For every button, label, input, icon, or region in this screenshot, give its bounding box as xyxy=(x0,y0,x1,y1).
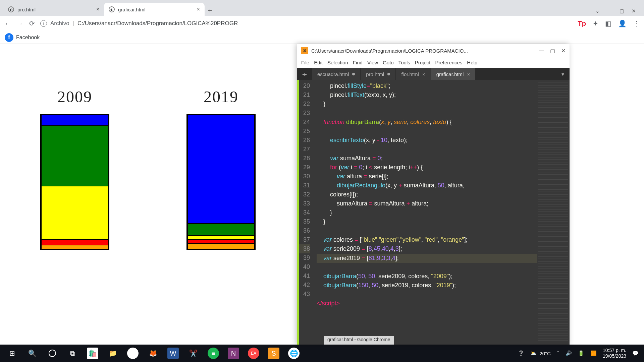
sublime-taskbar-icon[interactable]: S xyxy=(264,345,284,362)
sublime-titlebar[interactable]: S C:\Users\anacr\Downloads\Programacion\… xyxy=(297,44,570,57)
chrome-tab-strip: ◐ pro.html × ◐ graficar.html × + ⌄ — ▢ ✕ xyxy=(0,0,644,16)
close-icon[interactable]: ✕ xyxy=(561,48,566,54)
facebook-icon[interactable]: f xyxy=(5,33,13,42)
tab-scroll-arrows[interactable]: ◂▸ xyxy=(297,68,312,80)
extension-tp-icon[interactable]: Tp xyxy=(578,20,586,27)
onenote-icon[interactable]: N xyxy=(223,345,244,362)
reload-icon[interactable]: ⟳ xyxy=(28,19,36,27)
bar-stack xyxy=(40,114,109,250)
start-button[interactable]: ⊞ xyxy=(2,345,22,362)
bookmark-facebook[interactable]: Facebook xyxy=(16,35,40,41)
back-icon[interactable]: ← xyxy=(4,20,11,27)
menu-preferences[interactable]: Preferences xyxy=(435,60,462,65)
line-number-gutter: 2021222324252627282930313233343536373839… xyxy=(299,80,313,345)
maximize-icon[interactable]: ▢ xyxy=(550,48,555,54)
bar-segment-yellow xyxy=(187,236,255,240)
minimize-icon[interactable]: — xyxy=(539,48,544,54)
minimize-icon[interactable]: — xyxy=(607,8,612,14)
task-view-icon[interactable]: ⧉ xyxy=(62,345,83,362)
ea-icon[interactable]: EA xyxy=(244,345,264,362)
chevron-up-icon[interactable]: ˄ xyxy=(557,350,559,356)
chrome-taskbar-icon[interactable]: 🌐 xyxy=(284,345,304,362)
forward-icon[interactable]: → xyxy=(16,20,23,27)
menu-tools[interactable]: Tools xyxy=(398,60,410,65)
editor-tab-pro-html[interactable]: pro.html xyxy=(361,68,396,80)
volume-icon[interactable]: 🔊 xyxy=(566,350,572,356)
sublime-title: C:\Users\anacr\Downloads\Programacion\LO… xyxy=(311,48,535,54)
kebab-menu-icon[interactable]: ⋮ xyxy=(633,19,640,27)
cortana-icon[interactable] xyxy=(42,345,62,362)
address-bar[interactable]: i Archivo | C:/Users/anacr/Downloads/Pro… xyxy=(40,20,238,27)
new-tab-button[interactable]: + xyxy=(205,5,215,16)
bar-segment-red xyxy=(41,240,108,245)
chevron-down-icon[interactable]: ⌄ xyxy=(595,8,600,14)
bar-label: 2009 xyxy=(57,87,92,106)
clock[interactable]: 10:57 p. m. 19/05/2023 xyxy=(603,348,626,359)
extensions-icon[interactable]: ✦ xyxy=(593,19,598,27)
ms-store-icon[interactable]: 🛍️ xyxy=(83,345,103,362)
menu-help[interactable]: Help xyxy=(467,60,477,65)
spotify-icon[interactable]: ≡ xyxy=(203,345,223,362)
editor-tab-graficar-html[interactable]: graficar.html× xyxy=(431,68,476,80)
system-tray: ❔ ⛅ 20°C ˄ 🔊 🔋 📶 10:57 p. m. 19/05/2023 … xyxy=(518,348,642,359)
menu-project[interactable]: Project xyxy=(415,60,431,65)
notifications-icon[interactable]: 💬 xyxy=(632,350,639,356)
menu-edit[interactable]: Edit xyxy=(314,60,323,65)
globe-icon: ◐ xyxy=(109,6,115,12)
bar-segment-green xyxy=(187,224,255,236)
bar-segment-blue xyxy=(187,115,255,224)
bar-label: 2019 xyxy=(204,87,238,106)
bar-segment-yellow xyxy=(41,186,108,240)
close-icon[interactable]: × xyxy=(96,6,99,12)
bar-segment-blue xyxy=(41,115,108,126)
close-icon[interactable]: × xyxy=(467,71,470,77)
dirty-dot-icon xyxy=(387,73,390,75)
help-tray-icon[interactable]: ❔ xyxy=(518,350,524,356)
menu-goto[interactable]: Goto xyxy=(383,60,394,65)
sublime-editor: 2021222324252627282930313233343536373839… xyxy=(297,80,570,345)
info-icon[interactable]: i xyxy=(40,20,47,27)
battery-icon[interactable]: 🔋 xyxy=(578,350,584,356)
bar-stack xyxy=(186,114,256,250)
tab-pro[interactable]: ◐ pro.html × xyxy=(3,3,104,16)
bar-segment-orange xyxy=(187,244,255,249)
maximize-icon[interactable]: ▢ xyxy=(620,8,624,14)
editor-tab-flor-html[interactable]: flor.html× xyxy=(396,68,431,80)
file-explorer-icon[interactable]: 📁 xyxy=(103,345,123,362)
sublime-logo-icon: S xyxy=(301,47,308,54)
bar-group-2009: 2009 xyxy=(40,87,109,250)
page-content: 20092019 S C:\Users\anacr\Downloads\Prog… xyxy=(0,44,644,345)
close-icon[interactable]: × xyxy=(422,71,425,77)
bar-group-2019: 2019 xyxy=(186,87,256,250)
minimap[interactable] xyxy=(538,82,568,343)
sublime-menubar: FileEditSelectionFindViewGotoToolsProjec… xyxy=(297,57,570,68)
sublime-status-overlay: graficar.html - Google Chrome xyxy=(324,336,394,345)
tab-overflow-icon[interactable]: ▾ xyxy=(556,68,570,80)
code-area[interactable]: pincel.fillStyle="black"; pincel.fillTex… xyxy=(313,80,537,345)
chrome-window-controls: ⌄ — ▢ ✕ xyxy=(595,8,641,16)
menu-view[interactable]: View xyxy=(367,60,378,65)
firefox-icon[interactable]: 🦊 xyxy=(143,345,163,362)
chrome-profile-icon[interactable]: G xyxy=(123,345,143,362)
chrome-toolbar: ← → ⟳ i Archivo | C:/Users/anacr/Downloa… xyxy=(0,16,644,31)
address-path: C:/Users/anacr/Downloads/Programacion/LO… xyxy=(77,20,238,27)
snip-icon[interactable]: ✂️ xyxy=(183,345,203,362)
menu-file[interactable]: File xyxy=(301,60,309,65)
menu-selection[interactable]: Selection xyxy=(327,60,348,65)
wifi-icon[interactable]: 📶 xyxy=(590,350,597,356)
editor-tab-escuadra-html[interactable]: escuadra.html xyxy=(312,68,361,80)
sublime-window: S C:\Users\anacr\Downloads\Programacion\… xyxy=(297,44,570,345)
sidepanel-icon[interactable]: ◧ xyxy=(605,19,611,27)
bar-segment-red xyxy=(187,240,255,244)
tab-graficar[interactable]: ◐ graficar.html × xyxy=(104,3,205,16)
search-icon[interactable]: 🔍 xyxy=(22,345,42,362)
close-icon[interactable]: × xyxy=(197,6,200,12)
close-icon[interactable]: ✕ xyxy=(632,8,636,14)
windows-taskbar: ⊞ 🔍 ⧉ 🛍️ 📁 G 🦊 W ✂️ ≡ N EA S 🌐 ❔ ⛅ 20°C … xyxy=(0,345,644,362)
globe-icon: ◐ xyxy=(8,6,14,12)
profile-avatar-icon[interactable]: 👤 xyxy=(618,19,627,27)
word-icon[interactable]: W xyxy=(163,345,183,362)
menu-find[interactable]: Find xyxy=(353,60,363,65)
sublime-tab-strip: ◂▸ escuadra.htmlpro.htmlflor.html×grafic… xyxy=(297,68,570,80)
weather-widget[interactable]: ⛅ 20°C xyxy=(530,350,551,356)
